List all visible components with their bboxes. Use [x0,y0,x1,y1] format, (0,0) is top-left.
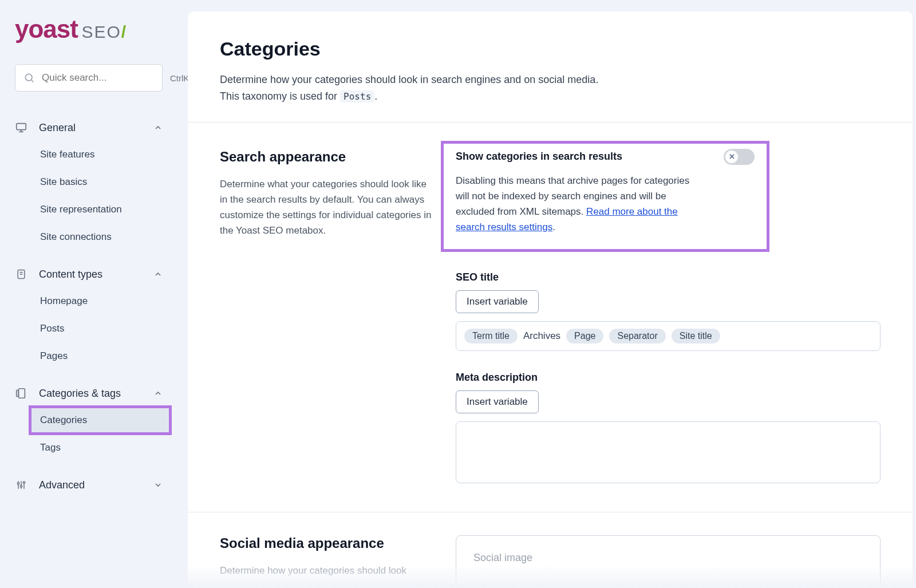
meta-description-label: Meta description [456,372,881,384]
nav-item-homepage[interactable]: Homepage [0,287,177,315]
nav-group-general[interactable]: General [0,115,177,141]
brand-suffix: SEO/ [81,22,127,42]
nav-item-site-connections[interactable]: Site connections [0,223,177,251]
nav-item-site-representation[interactable]: Site representation [0,196,177,223]
svg-rect-8 [18,389,25,398]
show-in-search-toggle[interactable]: ✕ [724,149,755,165]
page-description: Determine how your categories should loo… [220,72,881,105]
quick-search[interactable]: CtrlK [15,64,163,92]
sliders-icon [15,479,27,491]
toggle-label: Show categories in search results [456,151,622,163]
svg-rect-2 [17,124,26,130]
nav-item-categories[interactable]: Categories [30,407,171,434]
section-title: Search appearance [220,149,433,165]
brand-main: yoast [15,15,78,44]
nav-item-pages[interactable]: Pages [0,342,177,370]
token-page[interactable]: Page [566,329,603,344]
sidebar: yoast SEO/ CtrlK General Site fea [0,0,177,498]
section-title: Social media appearance [220,535,433,551]
section-description: Determine what your categories should lo… [220,176,433,239]
show-in-search-block: Show categories in search results ✕ Disa… [442,142,768,251]
close-icon: ✕ [725,151,738,163]
monitor-icon [15,121,27,134]
svg-point-15 [23,482,25,483]
chevron-down-icon [153,480,163,490]
nav-group-advanced[interactable]: Advanced [0,472,177,498]
chevron-up-icon [153,270,163,279]
nav-group-categories-tags[interactable]: Categories & tags [0,380,177,407]
nav-group-label: Advanced [39,479,142,491]
insert-variable-button[interactable]: Insert variable [456,390,539,413]
svg-point-13 [20,486,22,487]
nav-item-site-basics[interactable]: Site basics [0,168,177,196]
search-kbd: CtrlK [170,73,189,83]
nav-group-label: General [39,122,142,134]
svg-rect-9 [17,390,19,397]
brand-logo: yoast SEO/ [0,15,177,49]
archive-icon [15,387,27,400]
insert-variable-button[interactable]: Insert variable [456,290,539,313]
token-separator[interactable]: Separator [609,329,665,344]
search-appearance-section: Search appearance Determine what your ca… [188,123,913,513]
seo-title-input[interactable]: Term title Archives Page Separator Site … [456,321,881,351]
token-site-title[interactable]: Site title [672,329,720,344]
svg-point-11 [17,483,19,484]
card-header: Categories Determine how your categories… [188,11,913,123]
svg-line-1 [31,80,34,82]
search-icon [23,72,35,84]
token-term-title[interactable]: Term title [464,329,518,344]
taxonomy-code: Posts [340,90,374,102]
document-icon [15,268,27,281]
social-image-label: Social image [473,552,532,563]
nav-item-tags[interactable]: Tags [0,434,177,461]
meta-description-input[interactable] [456,421,881,483]
nav-group-label: Content types [39,269,142,281]
nav-item-site-features[interactable]: Site features [0,141,177,168]
nav-item-posts[interactable]: Posts [0,315,177,342]
nav: General Site features Site basics Site r… [0,115,177,498]
nav-group-content-types[interactable]: Content types [0,261,177,287]
nav-group-label: Categories & tags [39,388,142,400]
social-image-box[interactable]: Social image [456,535,881,588]
section-description: Determine how your categories should loo… [220,563,433,578]
svg-point-0 [25,74,32,81]
search-input[interactable] [41,72,164,84]
token-archives: Archives [523,330,560,342]
social-appearance-section: Social media appearance Determine how yo… [188,512,913,588]
toggle-description: Disabling this means that archive pages … [456,173,696,235]
main-card: Categories Determine how your categories… [188,11,913,588]
chevron-up-icon [153,389,163,398]
seo-title-label: SEO title [456,271,881,283]
chevron-up-icon [153,123,163,132]
page-title: Categories [220,38,881,60]
